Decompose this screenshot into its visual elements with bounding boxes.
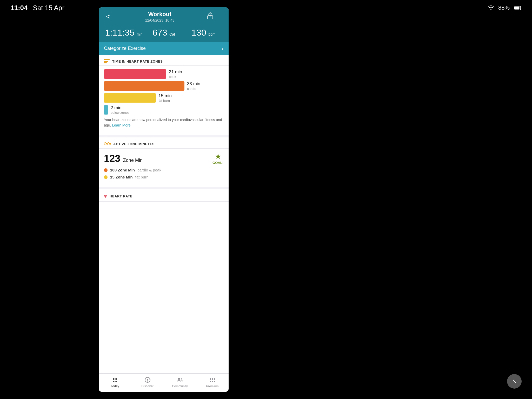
azm-cardio-dot bbox=[104, 168, 108, 172]
azm-unit: Zone Min bbox=[123, 158, 143, 163]
svg-point-14 bbox=[147, 379, 148, 381]
categorize-label: Categorize Exercise bbox=[104, 46, 146, 51]
today-label: Today bbox=[111, 384, 119, 388]
zone-row-peak: 21 min peak bbox=[104, 69, 223, 79]
learn-more-link[interactable]: Learn More bbox=[112, 123, 131, 127]
svg-point-17 bbox=[210, 378, 211, 379]
back-button[interactable]: < bbox=[104, 11, 112, 22]
stats-row: 1:11:35 min 673 Cal 130 bpm bbox=[99, 25, 229, 42]
zones-title: TIME IN HEART RATE ZONES bbox=[112, 59, 163, 63]
svg-point-4 bbox=[115, 379, 116, 380]
heart-rate-header: ♥ HEART RATE bbox=[99, 189, 229, 202]
nav-discover[interactable]: Discover bbox=[138, 376, 157, 388]
heart-rate-section: ♥ HEART RATE bbox=[99, 189, 229, 217]
cardio-label: cardio bbox=[187, 87, 200, 91]
heart-rate-zones-section: TIME IN HEART RATE ZONES 21 min peak 33 … bbox=[99, 55, 229, 133]
heart-icon: ♥ bbox=[104, 193, 107, 199]
below-bar bbox=[104, 105, 108, 115]
azm-goal: ★ GOAL! bbox=[212, 152, 223, 165]
app-container: < Workout 12/04/2023, 10:43 ··· 1:11:35 … bbox=[99, 7, 229, 392]
workout-title: Workout bbox=[145, 11, 175, 18]
wifi-icon bbox=[488, 4, 494, 12]
svg-point-22 bbox=[214, 379, 215, 380]
azm-breakdown: 108 Zone Min cardio & peak 15 Zone Min f… bbox=[99, 167, 229, 184]
azm-row-cardio: 108 Zone Min cardio & peak bbox=[104, 168, 223, 172]
star-icon: ★ bbox=[212, 152, 223, 161]
azm-value: 123 bbox=[104, 153, 120, 164]
azm-fatburn-label: fat burn bbox=[135, 175, 149, 179]
azm-row-fatburn: 15 Zone Min fat burn bbox=[104, 175, 223, 179]
bottom-nav: Today Discover Co bbox=[99, 373, 229, 392]
heart-rate-content-placeholder bbox=[99, 202, 229, 217]
discover-label: Discover bbox=[141, 384, 154, 388]
community-label: Community bbox=[172, 384, 188, 388]
below-label: below zones bbox=[111, 111, 129, 115]
svg-point-25 bbox=[214, 381, 215, 382]
duration-unit: min bbox=[137, 32, 143, 36]
categorize-bar[interactable]: Categorize Exercise › bbox=[99, 42, 229, 55]
zones-note: Your heart zones are now personalized to… bbox=[104, 117, 223, 130]
svg-point-15 bbox=[178, 378, 180, 380]
azm-section: ACTIVE ZONE MINUTES 123 Zone Min ★ GOAL!… bbox=[99, 137, 229, 187]
svg-point-5 bbox=[113, 379, 114, 380]
azm-icon bbox=[104, 142, 111, 146]
cardio-bar bbox=[104, 81, 184, 91]
svg-point-19 bbox=[214, 378, 215, 379]
peak-bar bbox=[104, 69, 166, 79]
nav-today[interactable]: Today bbox=[106, 376, 124, 388]
calories-unit: Cal bbox=[169, 32, 175, 36]
categorize-arrow: › bbox=[222, 45, 223, 51]
status-time: 11:04 bbox=[10, 4, 28, 12]
svg-point-8 bbox=[113, 378, 114, 379]
azm-cardio-label: cardio & peak bbox=[137, 168, 161, 172]
svg-point-20 bbox=[210, 379, 211, 380]
heart-rate-title: HEART RATE bbox=[110, 194, 132, 198]
fatburn-time: 15 min bbox=[158, 93, 172, 98]
premium-label: Premium bbox=[206, 384, 218, 388]
calories-stat: 673 Cal bbox=[144, 28, 183, 38]
zones-icon bbox=[104, 59, 110, 63]
cardio-time: 33 min bbox=[187, 81, 200, 87]
nav-premium[interactable]: Premium bbox=[203, 376, 222, 388]
svg-point-21 bbox=[212, 379, 213, 380]
today-icon bbox=[111, 376, 119, 383]
discover-icon bbox=[144, 376, 151, 383]
svg-point-12 bbox=[116, 381, 117, 382]
azm-cardio-value: 108 Zone Min bbox=[110, 168, 135, 172]
svg-point-6 bbox=[116, 379, 117, 380]
svg-rect-1 bbox=[514, 6, 520, 9]
peak-time: 21 min bbox=[169, 69, 182, 75]
svg-point-18 bbox=[212, 378, 213, 379]
duration-value: 1:11:35 bbox=[105, 28, 134, 37]
zone-row-below: 2 min below zones bbox=[104, 105, 223, 115]
svg-point-16 bbox=[181, 378, 182, 380]
app-header: < Workout 12/04/2023, 10:43 ··· bbox=[99, 7, 229, 25]
azm-main: 123 Zone Min ★ GOAL! bbox=[99, 149, 229, 167]
peak-label: peak bbox=[169, 75, 182, 79]
azm-fatburn-dot bbox=[104, 175, 108, 179]
expand-button[interactable]: ⤡ bbox=[507, 374, 522, 389]
status-date: Sat 15 Apr bbox=[33, 4, 64, 12]
more-button[interactable]: ··· bbox=[217, 14, 223, 19]
below-time: 2 min bbox=[111, 105, 129, 110]
bpm-unit: bpm bbox=[208, 32, 215, 36]
share-button[interactable] bbox=[207, 12, 213, 21]
premium-icon bbox=[209, 376, 216, 383]
zone-row-cardio: 33 min cardio bbox=[104, 81, 223, 91]
nav-community[interactable]: Community bbox=[171, 376, 189, 388]
azm-fatburn-value: 15 Zone Min bbox=[110, 175, 133, 179]
fatburn-bar bbox=[104, 93, 156, 103]
svg-point-11 bbox=[113, 381, 114, 382]
fatburn-label: fat burn bbox=[158, 99, 172, 103]
svg-point-9 bbox=[116, 378, 117, 379]
svg-point-7 bbox=[115, 378, 116, 379]
section-divider-1 bbox=[99, 135, 229, 137]
status-bar: 11:04 Sat 15 Apr 88% bbox=[0, 0, 532, 16]
expand-icon: ⤡ bbox=[512, 378, 517, 385]
section-divider-2 bbox=[99, 187, 229, 189]
svg-point-10 bbox=[115, 381, 116, 382]
azm-section-header: ACTIVE ZONE MINUTES bbox=[99, 137, 229, 149]
community-icon bbox=[176, 376, 184, 383]
bpm-stat: 130 bpm bbox=[184, 28, 223, 38]
zones-section-header: TIME IN HEART RATE ZONES bbox=[99, 55, 229, 66]
